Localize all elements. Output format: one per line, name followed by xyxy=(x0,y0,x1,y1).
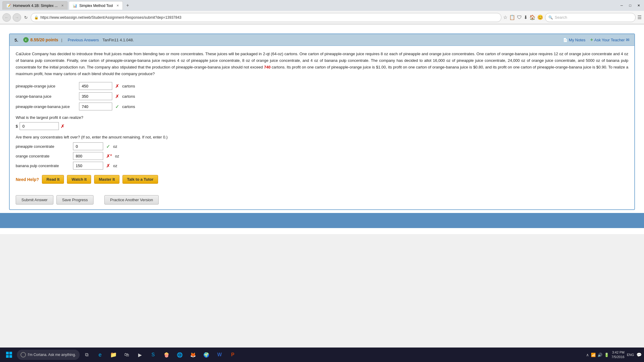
download-icon[interactable]: ⬇ xyxy=(524,14,528,20)
network-icon: 📶 xyxy=(591,353,596,357)
save-progress-button[interactable]: Save Progress xyxy=(56,195,94,205)
main-content: 5. + 8.55/20 points | Previous Answers T… xyxy=(0,24,644,234)
unit-pineapple-orange: cartons xyxy=(122,84,135,88)
cortana-circle-icon xyxy=(21,352,26,357)
dollar-sign: $ xyxy=(16,124,18,129)
windows-store-icon: 🛍 xyxy=(124,352,129,357)
address-text: https://www.webassign.net/web/Student/As… xyxy=(40,15,498,20)
unit-pob: cartons xyxy=(122,104,135,109)
close-button[interactable]: ✕ xyxy=(636,2,642,8)
shield-icon[interactable]: 🛡 xyxy=(517,15,522,20)
forward-button[interactable]: → xyxy=(13,13,21,22)
reload-button[interactable]: ↻ xyxy=(24,15,28,20)
tab1-close[interactable]: ✕ xyxy=(61,4,64,7)
label-pob: pineapple-orange-banana juice xyxy=(16,104,76,109)
cortana-button[interactable]: I'm Cortana. Ask me anything. xyxy=(17,350,80,360)
practice-another-button[interactable]: Practice Another Version xyxy=(104,195,159,205)
file-explorer-icon[interactable]: 📁 xyxy=(107,348,119,361)
read-it-button[interactable]: Read It xyxy=(42,175,64,184)
concentrate-row-pineapple: pineapple concentrate ✓ oz xyxy=(16,142,628,150)
input-orange-banana[interactable] xyxy=(79,92,112,100)
points-text: 8.55/20 points xyxy=(30,37,59,42)
concentrate-label-banana: banana pulp concentrate xyxy=(16,164,70,168)
home-icon[interactable]: 🏠 xyxy=(529,14,535,20)
svg-rect-2 xyxy=(6,355,9,358)
new-tab-button[interactable]: + xyxy=(124,2,131,9)
user-icon[interactable]: 😊 xyxy=(537,14,543,20)
concentrate-input-banana[interactable] xyxy=(73,162,103,170)
my-notes-button[interactable]: 📄 My Notes xyxy=(563,38,585,42)
maximize-button[interactable]: □ xyxy=(627,2,633,8)
tab-homework[interactable]: 📝 Homework 4.1B: Simplex ... ✕ xyxy=(2,1,68,10)
task-view-button[interactable]: ⧉ xyxy=(81,348,93,361)
concentrate-input-orange[interactable] xyxy=(73,152,103,160)
unit-orange-banana: cartons xyxy=(122,94,135,99)
start-button[interactable] xyxy=(2,348,16,361)
concentrate-input-pineapple[interactable] xyxy=(73,142,103,150)
answer-row-pob: pineapple-orange-banana juice ✓ cartons xyxy=(16,103,628,110)
minimize-button[interactable]: ─ xyxy=(619,2,625,8)
bottom-bar xyxy=(0,213,644,228)
svg-rect-1 xyxy=(9,352,12,354)
store-icon[interactable]: 🛍 xyxy=(121,348,133,361)
tab1-label: Homework 4.1B: Simplex ... xyxy=(13,4,58,8)
volume-icon[interactable]: 🔊 xyxy=(598,353,602,357)
profit-question-text: What is the largest profit it can realiz… xyxy=(16,115,628,120)
notes-icon: 📄 xyxy=(563,38,568,42)
word-icon[interactable]: W xyxy=(214,348,226,361)
tab-simplex[interactable]: 📊 Simplex Method Tool ✕ xyxy=(69,1,123,10)
battery-icon: 🔋 xyxy=(604,353,609,357)
question-number: 5. xyxy=(14,37,18,43)
concentrate-row-orange: orange concentrate ✗* oz xyxy=(16,152,628,160)
play-icon: ▶ xyxy=(138,352,142,358)
up-arrow-icon[interactable]: ∧ xyxy=(586,353,589,357)
profit-input[interactable] xyxy=(20,122,59,130)
master-it-button[interactable]: Master It xyxy=(94,175,119,184)
bookmark-star-icon[interactable]: ☆ xyxy=(503,14,507,20)
firefox-icon[interactable]: 🦊 xyxy=(187,348,199,361)
ask-teacher-button[interactable]: + Ask Your Teacher ✉ xyxy=(590,37,630,43)
notifications-icon[interactable]: 💬 xyxy=(636,352,642,357)
skype-app-icon: S xyxy=(151,352,155,357)
menu-icon[interactable]: ☰ xyxy=(637,14,642,20)
search-bar[interactable]: 🔍 Search xyxy=(545,13,636,22)
input-pob[interactable] xyxy=(79,103,112,110)
back-button[interactable]: ← xyxy=(2,13,11,22)
title-bar: 📝 Homework 4.1B: Simplex ... ✕ 📊 Simplex… xyxy=(0,0,644,11)
concentrates-section: Are there any concentrates left over? (I… xyxy=(16,135,628,170)
talk-to-tutor-button[interactable]: Talk to a Tutor xyxy=(122,175,158,184)
reading-list-icon[interactable]: 📋 xyxy=(509,14,515,20)
concentrate-label-orange: orange concentrate xyxy=(16,154,70,158)
svg-rect-3 xyxy=(9,355,12,358)
browser2-icon[interactable]: 🌍 xyxy=(200,348,212,361)
chrome-icon[interactable]: 🌐 xyxy=(174,348,186,361)
status-pob: ✓ xyxy=(115,104,119,110)
search-icon: 🔍 xyxy=(548,15,553,20)
media-icon[interactable]: ▶ xyxy=(134,348,146,361)
edge-icon[interactable]: e xyxy=(94,348,106,361)
previous-answers-link[interactable]: Previous Answers xyxy=(68,38,99,42)
concentrate-status-orange: ✗* xyxy=(106,153,112,159)
window-controls: ─ □ ✕ xyxy=(619,2,642,8)
system-tray: ∧ 📶 🔊 🔋 xyxy=(586,353,609,357)
folder-icon: 📁 xyxy=(110,351,117,358)
tab2-close[interactable]: ✕ xyxy=(116,4,119,7)
input-pineapple-orange[interactable] xyxy=(79,82,112,90)
answer-row-pineapple-orange: pineapple-orange juice ✗ cartons xyxy=(16,82,628,90)
popcorn-icon[interactable]: 🍿 xyxy=(160,348,173,361)
lock-icon: 🔒 xyxy=(34,15,39,20)
tab2-label: Simplex Method Tool xyxy=(79,4,113,8)
separator: | xyxy=(61,38,62,42)
address-bar[interactable]: 🔒 https://www.webassign.net/web/Student/… xyxy=(31,13,501,22)
green-plus-icon: + xyxy=(590,37,593,43)
profit-section: What is the largest profit it can realiz… xyxy=(16,115,628,130)
alt-browser-icon: 🌍 xyxy=(203,352,209,358)
clock-display[interactable]: 3:42 PM 7/5/2016 xyxy=(611,350,624,360)
watch-it-button[interactable]: Watch It xyxy=(67,175,91,184)
skype-icon[interactable]: S xyxy=(147,348,159,361)
concentrate-status-pineapple: ✓ xyxy=(106,144,110,149)
powerpoint-icon[interactable]: P xyxy=(227,348,239,361)
problem-text: CalJuice Company has decided to introduc… xyxy=(16,51,628,77)
date-text: 7/5/2016 xyxy=(611,355,624,359)
submit-answer-button[interactable]: Submit Answer xyxy=(16,195,53,205)
